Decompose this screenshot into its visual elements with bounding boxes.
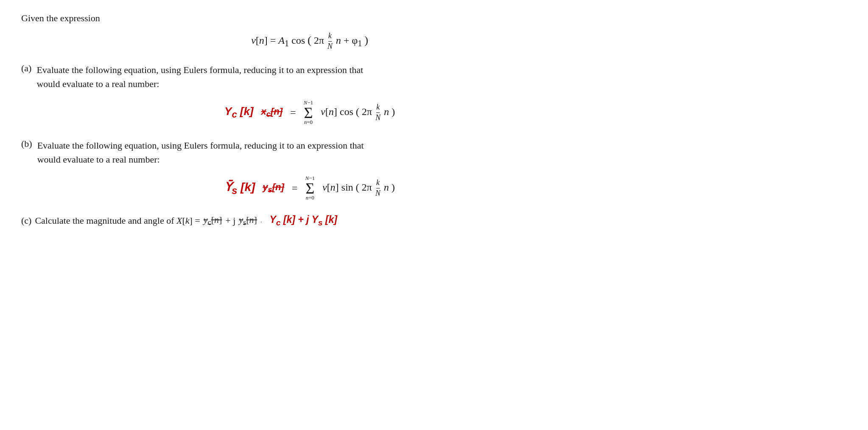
part-c-period: . [260,217,262,224]
part-a-sum-body: v[n] cos ( 2π k N n ) [321,103,395,122]
part-b-red-ys: Ȳs [k] [224,180,255,197]
part-a-red-yc: Yc [k] [224,105,253,120]
part-a-label: (a) Evaluate the following equation, usi… [21,63,598,91]
part-a-sigma: N−1 Σ n=0 [304,99,314,126]
part-c-letter: (c) [21,215,31,226]
part-b-text: Evaluate the following equation, using E… [37,138,364,166]
main-formula: v[n] = A1 cos ( 2π k N n + φ1 ) [21,31,598,51]
part-c-strikethrough2: ys[n] [239,214,257,227]
page-content: Given the expression v[n] = A1 cos ( 2π … [13,8,607,245]
part-a-summation: N−1 Σ n=0 [304,99,314,126]
part-a-desc2: would evaluate to a real number: [36,79,159,89]
part-a-sigma-bottom: n=0 [304,119,313,126]
part-c-desc: Calculate the magnitude and angle of X[k… [35,215,200,226]
part-b-desc1: Evaluate the following equation, using E… [37,140,364,151]
part-b-sigma-bottom: n=0 [305,194,314,201]
part-b-equals: = [292,183,298,194]
part-b: (b) Evaluate the following equation, usi… [21,138,598,201]
part-b-fraction: k N [375,178,381,198]
part-b-strikethrough: ys[n] [263,182,284,194]
part-a: (a) Evaluate the following equation, usi… [21,63,598,126]
part-a-equals: = [290,107,296,118]
part-b-label: (b) Evaluate the following equation, usi… [21,138,598,166]
intro-text: Given the expression [21,13,598,24]
part-a-fraction: k N [375,103,381,122]
part-c-plus-j: + j [225,215,235,226]
part-b-equation: Ȳs [k] ys[n] = N−1 Σ n=0 v[n] sin ( 2π [21,175,598,201]
part-a-equation: Yc [k] xc[n] = N−1 Σ n=0 v[n] cos ( 2π [21,99,598,126]
part-a-desc1: Evaluate the following equation, using E… [36,65,363,75]
part-b-letter: (b) [21,138,32,149]
part-a-letter: (a) [21,63,31,74]
part-a-sigma-sym: Σ [304,105,313,121]
intro-label: Given the expression [21,13,100,23]
part-a-text: Evaluate the following equation, using E… [36,63,363,91]
part-a-strikethrough: xc[n] [261,106,283,119]
fraction-k-n: k N [328,31,333,51]
part-b-summation: N−1 Σ n=0 [305,175,315,201]
part-c: (c) Calculate the magnitude and angle of… [21,214,598,228]
part-c-line: (c) Calculate the magnitude and angle of… [21,214,598,228]
part-b-sum-body: v[n] sin ( 2π k N n ) [322,178,395,198]
part-b-sigma-sym: Σ [305,181,314,196]
part-b-desc2: would evaluate to a real number: [37,154,160,165]
part-c-red-expression: Yc [k] + j Ys [k] [269,214,337,228]
part-c-strikethrough1: yc[n] [204,214,222,227]
part-b-sigma: N−1 Σ n=0 [305,175,315,201]
